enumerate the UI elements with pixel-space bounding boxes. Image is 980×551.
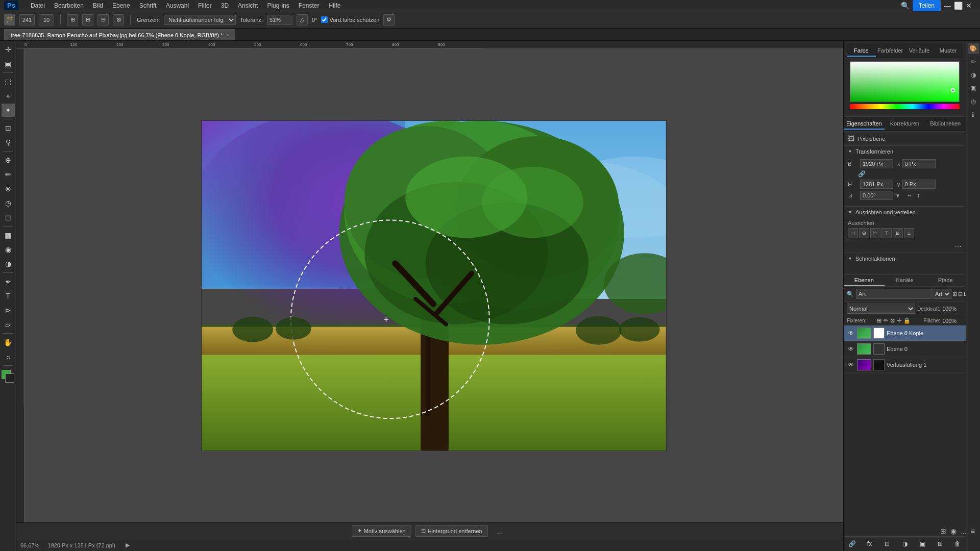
tab-bibliotheken[interactable]: Bibliotheken xyxy=(925,118,966,130)
pen-btn[interactable]: ✒ xyxy=(2,275,15,288)
layer-style-btn[interactable]: fx xyxy=(865,539,875,549)
artboard-tool-btn[interactable]: ▣ xyxy=(2,57,15,70)
right-icon-history[interactable]: ◷ xyxy=(968,96,979,107)
right-icon-adjust[interactable]: ◑ xyxy=(968,69,979,81)
new-selection-icon[interactable]: ⊞ xyxy=(67,14,78,26)
menu-fenster[interactable]: Fenster xyxy=(295,1,324,10)
layer-filter-select[interactable]: Art xyxy=(933,289,951,299)
lock-all-icon[interactable]: ⊞ xyxy=(877,317,881,324)
flip-h-icon[interactable]: ↔ xyxy=(906,192,913,199)
align-header[interactable]: ▼ Ausrichten und verteilen xyxy=(844,207,966,218)
tab-farbfelder[interactable]: Farbfelder xyxy=(876,45,905,57)
fill-input[interactable] xyxy=(942,318,963,324)
layer-visibility-2[interactable]: 👁 xyxy=(847,361,855,369)
menu-bearbeiten[interactable]: Bearbeiten xyxy=(50,1,88,10)
settings-icon[interactable]: ⚙ xyxy=(383,14,395,26)
menu-schrift[interactable]: Schrift xyxy=(135,1,161,10)
dodge-btn[interactable]: ◑ xyxy=(2,257,15,270)
tab-korrekturen[interactable]: Korrekturen xyxy=(885,118,925,130)
subtract-selection-icon[interactable]: ⊟ xyxy=(97,14,109,26)
status-arrow-right[interactable]: ▶ xyxy=(126,542,130,548)
hintergrund-entfernen-button[interactable]: ⊡ Hintergrund entfernen xyxy=(415,525,488,537)
layer-group-add-btn[interactable]: ▣ xyxy=(917,539,927,549)
close-button[interactable]: ✕ xyxy=(966,2,972,10)
canvas-image[interactable]: + xyxy=(201,120,667,451)
layers-tab-ebenen[interactable]: Ebenen xyxy=(844,275,885,286)
clone-btn[interactable]: ⊗ xyxy=(2,182,15,195)
lock-icon[interactable]: 🔒 xyxy=(903,317,911,324)
blur-btn[interactable]: ◉ xyxy=(2,243,15,256)
color-picker-handle[interactable] xyxy=(951,88,955,92)
lock-art-icon[interactable]: ⊠ xyxy=(890,317,895,324)
gradient-btn[interactable]: ▦ xyxy=(2,229,15,242)
menu-plugins[interactable]: Plug-ins xyxy=(263,1,293,10)
share-button[interactable]: Teilen xyxy=(913,0,941,11)
document-tab[interactable]: tree-7186835_Ramon Perucho auf Pixabay.j… xyxy=(4,29,235,40)
brush-btn[interactable]: ✏ xyxy=(2,168,15,181)
layer-delete-btn[interactable]: 🗑 xyxy=(952,539,963,549)
layer-adj-add-btn[interactable]: ◑ xyxy=(900,539,910,549)
layer-mask-btn[interactable]: ⊟ xyxy=(958,289,963,299)
right-icon-info[interactable]: ℹ xyxy=(968,109,979,120)
color-gradient-box[interactable] xyxy=(850,61,960,102)
width-input[interactable] xyxy=(860,159,893,168)
shape-btn[interactable]: ▱ xyxy=(2,318,15,331)
magic-wand-btn[interactable]: ✦ xyxy=(2,104,15,117)
brush-size-icon[interactable]: 241 xyxy=(19,14,35,26)
align-top-icon[interactable]: ⊤ xyxy=(881,228,892,238)
canvas-area[interactable]: + xyxy=(24,49,843,522)
link-icon[interactable]: 🔗 xyxy=(858,170,866,178)
angle-input[interactable] xyxy=(860,191,893,200)
align-right-icon[interactable]: ⊢ xyxy=(870,228,880,238)
hue-bar[interactable] xyxy=(850,104,960,109)
motiv-auswaehlen-button[interactable]: ✦ Motiv auswählen xyxy=(352,525,411,537)
layers-search-input[interactable] xyxy=(856,289,932,299)
lasso-btn[interactable]: ⌖ xyxy=(2,89,15,103)
tab-muster[interactable]: Muster xyxy=(934,45,963,57)
vorderfarbe-check[interactable] xyxy=(321,16,328,23)
grenzen-select[interactable]: Nicht aufeinander folg. xyxy=(164,15,236,25)
layer-ebene0[interactable]: 👁 Ebene 0 xyxy=(844,341,966,357)
menu-bild[interactable]: Bild xyxy=(89,1,107,10)
right-icon-layers[interactable]: ▣ xyxy=(968,83,979,94)
transform-header[interactable]: ▼ Transformieren xyxy=(844,146,966,157)
hand-btn[interactable]: ✋ xyxy=(2,336,15,349)
tab-farbe[interactable]: Farbe xyxy=(847,45,876,57)
menu-hilfe[interactable]: Hilfe xyxy=(324,1,345,10)
align-left-icon[interactable]: ⊣ xyxy=(848,228,858,238)
align-center-h-icon[interactable]: ⊞ xyxy=(859,228,869,238)
layers-tab-kanaele[interactable]: Kanäle xyxy=(885,275,925,286)
x-input[interactable] xyxy=(902,159,936,168)
lock-move-icon[interactable]: ✛ xyxy=(897,317,901,324)
vorderfarbe-checkbox[interactable]: Vord.farbe schützen xyxy=(321,16,379,23)
tab-eigenschaften[interactable]: Eigenschaften xyxy=(844,118,885,130)
intersect-selection-icon[interactable]: ⊠ xyxy=(113,14,124,26)
eyedropper-btn[interactable]: ⚲ xyxy=(2,136,15,149)
schnellaktionen-header[interactable]: ▼ Schnellaktionen xyxy=(844,253,966,264)
foreground-color[interactable] xyxy=(2,370,15,383)
tab-close-button[interactable]: × xyxy=(226,32,229,38)
menu-auswahl[interactable]: Auswahl xyxy=(162,1,193,10)
menu-3d[interactable]: 3D xyxy=(217,1,233,10)
align-center-v-icon[interactable]: ⊠ xyxy=(893,228,903,238)
history-btn[interactable]: ◷ xyxy=(2,196,15,210)
type-btn[interactable]: T xyxy=(2,289,15,303)
spot-heal-btn[interactable]: ⊕ xyxy=(2,154,15,167)
angle-dropdown[interactable]: ▼ xyxy=(895,193,900,198)
path-select-btn[interactable]: ⊳ xyxy=(2,304,15,317)
layer-verlausfuellung[interactable]: 👁 Verlausfüllung 1 xyxy=(844,357,966,373)
maximize-button[interactable]: ⬜ xyxy=(954,2,963,10)
align-more-button[interactable]: … xyxy=(954,240,962,248)
right-icon-color[interactable]: 🎨 xyxy=(968,43,979,54)
angle-icon[interactable]: △ xyxy=(297,14,308,26)
menu-datei[interactable]: Datei xyxy=(27,1,49,10)
toleranz-input[interactable] xyxy=(267,15,292,25)
zoom-btn[interactable]: ⌕ xyxy=(2,350,15,363)
tool-preset[interactable]: 🪄 xyxy=(4,14,15,26)
more-context-button[interactable]: ... xyxy=(492,525,508,537)
menu-ansicht[interactable]: Ansicht xyxy=(234,1,262,10)
menu-ebene[interactable]: Ebene xyxy=(108,1,134,10)
layer-visibility-1[interactable]: 👁 xyxy=(847,345,855,353)
move-tool-btn[interactable]: ✛ xyxy=(2,43,15,56)
layer-new-btn[interactable]: ⊞ xyxy=(952,289,957,299)
